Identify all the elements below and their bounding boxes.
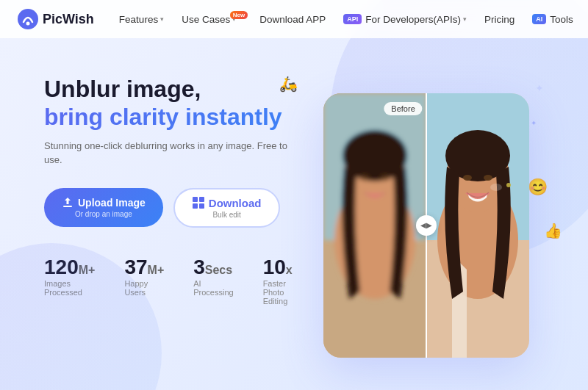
svg-point-8 <box>360 175 369 181</box>
chevron-down-icon: ▾ <box>463 15 467 23</box>
svg-rect-2 <box>63 206 72 207</box>
stat-speed-label: Faster Photo Editing <box>263 279 301 306</box>
nav-features[interactable]: Features ▾ <box>112 10 171 29</box>
svg-point-1 <box>26 22 30 26</box>
before-woman-svg <box>323 93 426 358</box>
after-image <box>426 93 529 358</box>
chevron-down-icon: ▾ <box>160 15 164 23</box>
svg-point-0 <box>18 9 38 29</box>
nav-features-label: Features <box>119 14 158 25</box>
download-button[interactable]: Download Bulk edit <box>173 188 281 228</box>
stat-images-label: Images Processed <box>44 279 95 297</box>
stat-speed: 10x Faster Photo Editing <box>263 257 301 306</box>
before-image <box>323 93 426 358</box>
after-woman-svg <box>426 93 529 358</box>
divider-handle[interactable]: ◀▶ <box>416 215 437 236</box>
hero-image-area: ✦ ✦ 🛵 😊 👍 <box>301 60 551 390</box>
upload-icon <box>62 197 74 209</box>
star-decoration-2: ✦ <box>531 119 537 127</box>
before-label: Before <box>384 102 422 115</box>
navbar: PicWish Features ▾ Use Cases ▾ New Downl… <box>0 0 588 38</box>
download-button-label: Download <box>209 197 262 209</box>
stat-images-number: 120M+ <box>44 257 95 278</box>
hero-content: Unblur image, bring clarity instantly St… <box>44 60 301 306</box>
brand-name: PicWish <box>43 12 94 27</box>
nav-use-cases[interactable]: Use Cases ▾ New <box>174 10 249 29</box>
nav-pricing-label: Pricing <box>484 14 514 25</box>
download-button-sub: Bulk edit <box>212 211 240 219</box>
svg-point-17 <box>506 183 511 187</box>
windows-icon <box>193 197 204 209</box>
svg-point-15 <box>463 175 472 181</box>
hero-title-line2: bring clarity instantly <box>44 103 301 131</box>
svg-point-16 <box>484 175 492 181</box>
svg-point-18 <box>490 184 502 191</box>
nav-use-cases-label: Use Cases <box>182 14 230 25</box>
hero-title-line1: Unblur image, <box>44 75 301 103</box>
thumb-decoration: 👍 <box>544 222 562 239</box>
upload-button-sub: Or drop an image <box>75 210 132 218</box>
ai-badge: AI <box>532 14 546 24</box>
stat-processing-number: 3Secs <box>193 257 232 278</box>
nav-download[interactable]: Download APP <box>252 10 333 29</box>
nav-developers[interactable]: API For Developers(APIs) ▾ <box>336 10 474 29</box>
nav-tools-label: Tools <box>550 14 573 25</box>
stat-images: 120M+ Images Processed <box>44 257 95 306</box>
stat-users-number: 37M+ <box>124 257 164 278</box>
logo-icon <box>18 9 38 29</box>
stat-speed-number: 10x <box>263 257 293 278</box>
nav-developers-label: For Developers(APIs) <box>365 14 461 25</box>
smiley-decoration: 😊 <box>528 178 548 197</box>
before-after-image: ◀▶ Before After <box>323 93 529 358</box>
api-badge: API <box>343 14 362 24</box>
new-badge: New <box>230 11 248 19</box>
stat-users-label: Happy Users <box>124 279 164 297</box>
stat-users: 37M+ Happy Users <box>124 257 164 306</box>
upload-button-label: Upload Image <box>78 197 146 209</box>
hero-section: Unblur image, bring clarity instantly St… <box>0 38 588 390</box>
logo[interactable]: PicWish <box>18 9 94 29</box>
nav-tools[interactable]: AI Tools <box>525 10 581 29</box>
star-decoration-1: ✦ <box>535 82 544 94</box>
hero-subtitle: Stunning one-click deblurring works in a… <box>44 139 301 167</box>
stat-processing: 3Secs AI Processing <box>193 257 233 306</box>
upload-button[interactable]: Upload Image Or drop an image <box>44 188 163 227</box>
nav-pricing[interactable]: Pricing <box>477 10 522 29</box>
nav-download-label: Download APP <box>259 14 326 25</box>
stats-row: 120M+ Images Processed 37M+ Happy Users … <box>44 257 301 306</box>
robot-decoration: 🛵 <box>279 75 298 93</box>
stat-processing-label: AI Processing <box>193 279 233 297</box>
cta-buttons: Upload Image Or drop an image Download B… <box>44 188 301 228</box>
svg-point-9 <box>381 175 390 181</box>
